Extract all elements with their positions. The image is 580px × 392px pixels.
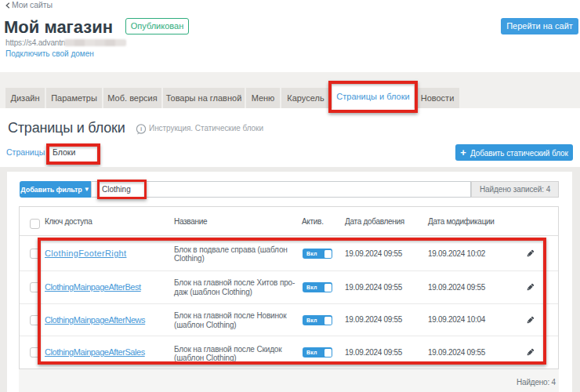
svg-text:i: i — [140, 125, 142, 132]
